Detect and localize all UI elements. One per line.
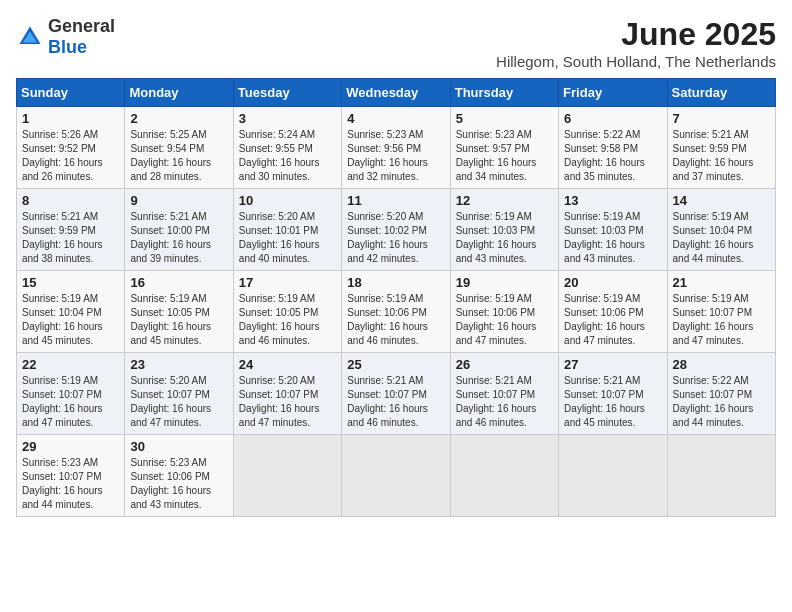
calendar-cell: 22 Sunrise: 5:19 AMSunset: 10:07 PMDayli… xyxy=(17,353,125,435)
day-info: Sunrise: 5:19 AMSunset: 10:03 PMDaylight… xyxy=(564,211,645,264)
header-monday: Monday xyxy=(125,79,233,107)
day-info: Sunrise: 5:22 AMSunset: 9:58 PMDaylight:… xyxy=(564,129,645,182)
header-thursday: Thursday xyxy=(450,79,558,107)
header-tuesday: Tuesday xyxy=(233,79,341,107)
day-number: 14 xyxy=(673,193,770,208)
calendar-week-row: 8 Sunrise: 5:21 AMSunset: 9:59 PMDayligh… xyxy=(17,189,776,271)
header-saturday: Saturday xyxy=(667,79,775,107)
calendar-week-row: 15 Sunrise: 5:19 AMSunset: 10:04 PMDayli… xyxy=(17,271,776,353)
day-info: Sunrise: 5:21 AMSunset: 10:07 PMDaylight… xyxy=(564,375,645,428)
location-title: Hillegom, South Holland, The Netherlands xyxy=(496,53,776,70)
day-number: 6 xyxy=(564,111,661,126)
day-info: Sunrise: 5:19 AMSunset: 10:06 PMDaylight… xyxy=(456,293,537,346)
calendar-cell: 1 Sunrise: 5:26 AMSunset: 9:52 PMDayligh… xyxy=(17,107,125,189)
calendar-cell: 30 Sunrise: 5:23 AMSunset: 10:06 PMDayli… xyxy=(125,435,233,517)
calendar-cell: 14 Sunrise: 5:19 AMSunset: 10:04 PMDayli… xyxy=(667,189,775,271)
day-info: Sunrise: 5:19 AMSunset: 10:03 PMDaylight… xyxy=(456,211,537,264)
calendar-cell xyxy=(450,435,558,517)
calendar-cell: 29 Sunrise: 5:23 AMSunset: 10:07 PMDayli… xyxy=(17,435,125,517)
day-number: 23 xyxy=(130,357,227,372)
day-info: Sunrise: 5:21 AMSunset: 9:59 PMDaylight:… xyxy=(22,211,103,264)
day-number: 15 xyxy=(22,275,119,290)
day-number: 28 xyxy=(673,357,770,372)
calendar-cell xyxy=(233,435,341,517)
day-number: 12 xyxy=(456,193,553,208)
day-info: Sunrise: 5:19 AMSunset: 10:07 PMDaylight… xyxy=(673,293,754,346)
day-number: 11 xyxy=(347,193,444,208)
calendar-cell: 18 Sunrise: 5:19 AMSunset: 10:06 PMDayli… xyxy=(342,271,450,353)
calendar-cell: 26 Sunrise: 5:21 AMSunset: 10:07 PMDayli… xyxy=(450,353,558,435)
day-info: Sunrise: 5:21 AMSunset: 10:07 PMDaylight… xyxy=(347,375,428,428)
calendar-cell: 27 Sunrise: 5:21 AMSunset: 10:07 PMDayli… xyxy=(559,353,667,435)
day-number: 5 xyxy=(456,111,553,126)
day-number: 1 xyxy=(22,111,119,126)
logo-text: General Blue xyxy=(48,16,115,58)
day-number: 13 xyxy=(564,193,661,208)
calendar-week-row: 22 Sunrise: 5:19 AMSunset: 10:07 PMDayli… xyxy=(17,353,776,435)
day-number: 7 xyxy=(673,111,770,126)
title-area: June 2025 Hillegom, South Holland, The N… xyxy=(496,16,776,70)
day-info: Sunrise: 5:19 AMSunset: 10:04 PMDaylight… xyxy=(22,293,103,346)
calendar-cell: 6 Sunrise: 5:22 AMSunset: 9:58 PMDayligh… xyxy=(559,107,667,189)
calendar-cell xyxy=(559,435,667,517)
calendar-cell: 9 Sunrise: 5:21 AMSunset: 10:00 PMDaylig… xyxy=(125,189,233,271)
calendar-week-row: 1 Sunrise: 5:26 AMSunset: 9:52 PMDayligh… xyxy=(17,107,776,189)
day-info: Sunrise: 5:23 AMSunset: 9:56 PMDaylight:… xyxy=(347,129,428,182)
calendar-cell: 2 Sunrise: 5:25 AMSunset: 9:54 PMDayligh… xyxy=(125,107,233,189)
calendar-cell: 23 Sunrise: 5:20 AMSunset: 10:07 PMDayli… xyxy=(125,353,233,435)
header-wednesday: Wednesday xyxy=(342,79,450,107)
calendar-cell: 28 Sunrise: 5:22 AMSunset: 10:07 PMDayli… xyxy=(667,353,775,435)
day-number: 16 xyxy=(130,275,227,290)
calendar-cell xyxy=(667,435,775,517)
calendar-cell: 4 Sunrise: 5:23 AMSunset: 9:56 PMDayligh… xyxy=(342,107,450,189)
day-info: Sunrise: 5:22 AMSunset: 10:07 PMDaylight… xyxy=(673,375,754,428)
day-info: Sunrise: 5:19 AMSunset: 10:05 PMDaylight… xyxy=(130,293,211,346)
day-info: Sunrise: 5:20 AMSunset: 10:07 PMDaylight… xyxy=(130,375,211,428)
day-info: Sunrise: 5:24 AMSunset: 9:55 PMDaylight:… xyxy=(239,129,320,182)
day-number: 17 xyxy=(239,275,336,290)
month-title: June 2025 xyxy=(496,16,776,53)
calendar-cell: 19 Sunrise: 5:19 AMSunset: 10:06 PMDayli… xyxy=(450,271,558,353)
logo-blue: Blue xyxy=(48,37,87,57)
logo: General Blue xyxy=(16,16,115,58)
calendar-header-row: Sunday Monday Tuesday Wednesday Thursday… xyxy=(17,79,776,107)
calendar-cell: 21 Sunrise: 5:19 AMSunset: 10:07 PMDayli… xyxy=(667,271,775,353)
calendar-cell: 3 Sunrise: 5:24 AMSunset: 9:55 PMDayligh… xyxy=(233,107,341,189)
day-info: Sunrise: 5:21 AMSunset: 10:00 PMDaylight… xyxy=(130,211,211,264)
day-info: Sunrise: 5:19 AMSunset: 10:07 PMDaylight… xyxy=(22,375,103,428)
calendar-table: Sunday Monday Tuesday Wednesday Thursday… xyxy=(16,78,776,517)
day-info: Sunrise: 5:26 AMSunset: 9:52 PMDaylight:… xyxy=(22,129,103,182)
day-number: 2 xyxy=(130,111,227,126)
calendar-cell: 13 Sunrise: 5:19 AMSunset: 10:03 PMDayli… xyxy=(559,189,667,271)
day-info: Sunrise: 5:23 AMSunset: 10:07 PMDaylight… xyxy=(22,457,103,510)
header-sunday: Sunday xyxy=(17,79,125,107)
day-info: Sunrise: 5:23 AMSunset: 9:57 PMDaylight:… xyxy=(456,129,537,182)
day-info: Sunrise: 5:19 AMSunset: 10:04 PMDaylight… xyxy=(673,211,754,264)
day-number: 4 xyxy=(347,111,444,126)
day-number: 24 xyxy=(239,357,336,372)
calendar-cell: 15 Sunrise: 5:19 AMSunset: 10:04 PMDayli… xyxy=(17,271,125,353)
day-number: 27 xyxy=(564,357,661,372)
calendar-cell: 20 Sunrise: 5:19 AMSunset: 10:06 PMDayli… xyxy=(559,271,667,353)
day-info: Sunrise: 5:20 AMSunset: 10:02 PMDaylight… xyxy=(347,211,428,264)
day-number: 30 xyxy=(130,439,227,454)
header-friday: Friday xyxy=(559,79,667,107)
day-number: 21 xyxy=(673,275,770,290)
day-number: 18 xyxy=(347,275,444,290)
day-info: Sunrise: 5:19 AMSunset: 10:06 PMDaylight… xyxy=(347,293,428,346)
calendar-cell xyxy=(342,435,450,517)
day-number: 8 xyxy=(22,193,119,208)
day-info: Sunrise: 5:19 AMSunset: 10:06 PMDaylight… xyxy=(564,293,645,346)
day-number: 22 xyxy=(22,357,119,372)
day-number: 29 xyxy=(22,439,119,454)
day-number: 3 xyxy=(239,111,336,126)
calendar-cell: 12 Sunrise: 5:19 AMSunset: 10:03 PMDayli… xyxy=(450,189,558,271)
day-info: Sunrise: 5:23 AMSunset: 10:06 PMDaylight… xyxy=(130,457,211,510)
day-number: 9 xyxy=(130,193,227,208)
day-info: Sunrise: 5:25 AMSunset: 9:54 PMDaylight:… xyxy=(130,129,211,182)
calendar-cell: 25 Sunrise: 5:21 AMSunset: 10:07 PMDayli… xyxy=(342,353,450,435)
calendar-cell: 10 Sunrise: 5:20 AMSunset: 10:01 PMDayli… xyxy=(233,189,341,271)
calendar-week-row: 29 Sunrise: 5:23 AMSunset: 10:07 PMDayli… xyxy=(17,435,776,517)
day-info: Sunrise: 5:21 AMSunset: 9:59 PMDaylight:… xyxy=(673,129,754,182)
logo-general: General xyxy=(48,16,115,36)
